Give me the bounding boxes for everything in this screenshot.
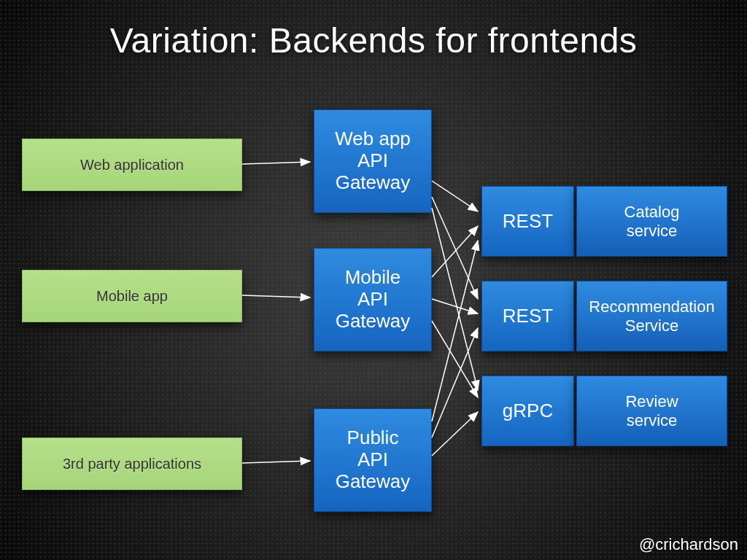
protocol-label: REST: [503, 211, 553, 233]
arrow-public-to-catalog: [432, 241, 478, 421]
protocol-label: REST: [503, 306, 553, 327]
arrow-public-to-recommendation: [432, 328, 478, 438]
gateway-label: Mobile API Gateway: [336, 267, 411, 332]
arrow-client-mobile-to-gateway: [242, 295, 310, 298]
arrow-mobile-to-catalog: [432, 226, 478, 277]
arrow-web-to-catalog: [432, 181, 478, 211]
protocol-catalog: REST: [481, 186, 574, 257]
service-review: Review service: [576, 376, 727, 446]
client-mobile-app: Mobile app: [22, 270, 242, 322]
arrow-web-to-review: [432, 208, 478, 390]
client-label: 3rd party applications: [63, 456, 201, 472]
gateway-mobile: Mobile API Gateway: [314, 248, 432, 351]
gateway-public: Public API Gateway: [314, 408, 432, 512]
service-label: Recommendation Service: [589, 298, 714, 335]
arrow-mobile-to-recommendation: [432, 299, 478, 314]
client-label: Web application: [80, 157, 184, 174]
slide-canvas: Variation: Backends for frontends Web ap…: [0, 0, 747, 560]
gateway-web-app: Web app API Gateway: [314, 109, 432, 213]
service-label: Catalog service: [624, 203, 680, 240]
slide-title: Variation: Backends for frontends: [0, 20, 747, 61]
client-3rd-party: 3rd party applications: [22, 438, 242, 490]
client-web-application: Web application: [22, 139, 242, 191]
arrow-web-to-recommendation: [432, 197, 478, 299]
gateway-label: Web app API Gateway: [335, 128, 411, 194]
protocol-review: gRPC: [481, 376, 574, 446]
service-label: Review service: [625, 392, 678, 429]
arrow-mobile-to-review: [432, 321, 478, 397]
service-recommendation: Recommendation Service: [576, 281, 727, 351]
arrow-public-to-review: [432, 412, 478, 456]
protocol-label: gRPC: [503, 400, 553, 422]
protocol-recommendation: REST: [481, 281, 574, 351]
gateway-label: Public API Gateway: [336, 427, 411, 493]
author-handle: @crichardson: [639, 535, 738, 554]
client-label: Mobile app: [96, 288, 168, 305]
service-catalog: Catalog service: [576, 186, 727, 257]
arrow-client-web-to-gateway: [242, 162, 310, 164]
arrow-client-3rd-to-gateway: [242, 461, 310, 463]
